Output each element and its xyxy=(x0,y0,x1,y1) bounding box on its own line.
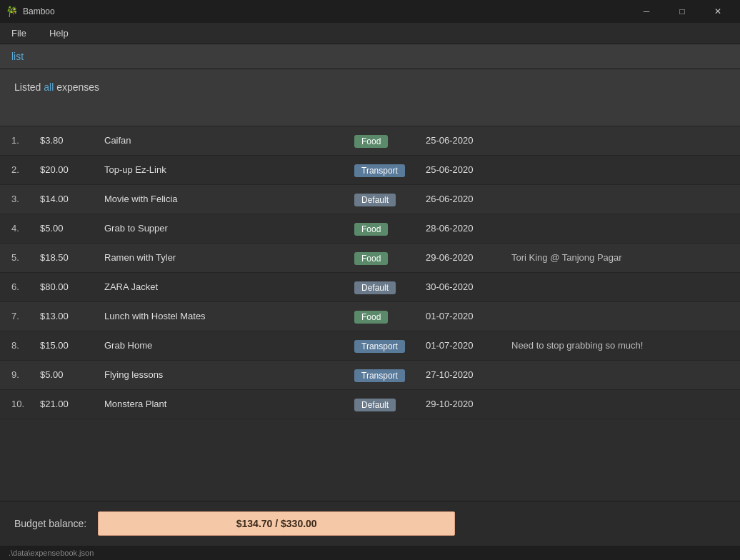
row-date: 28-06-2020 xyxy=(426,221,511,234)
row-amount: $20.00 xyxy=(40,163,104,175)
row-desc: Grab to Supper xyxy=(104,221,354,234)
tag-badge: Food xyxy=(354,223,388,236)
file-path: .\data\expensebook.json xyxy=(9,549,94,557)
row-note xyxy=(511,368,729,369)
close-button[interactable]: ✕ xyxy=(701,0,734,23)
row-amount: $15.00 xyxy=(40,339,104,351)
menu-help[interactable]: Help xyxy=(44,26,74,40)
row-desc: ZARA Jacket xyxy=(104,280,354,292)
tag-badge: Food xyxy=(354,252,388,265)
row-date: 30-06-2020 xyxy=(426,280,511,292)
row-number: 3. xyxy=(11,192,40,204)
row-amount: $5.00 xyxy=(40,221,104,234)
row-tag: Food xyxy=(354,251,426,265)
budget-label: Budget balance: xyxy=(14,518,86,529)
row-amount: $5.00 xyxy=(40,368,104,380)
row-amount: $3.80 xyxy=(40,134,104,146)
title-bar-left: 🎋 Bamboo xyxy=(6,6,55,17)
tag-badge: Default xyxy=(354,399,396,411)
row-note xyxy=(511,192,729,194)
row-number: 7. xyxy=(11,309,40,321)
tag-badge: Food xyxy=(354,135,388,148)
row-tag: Food xyxy=(354,309,426,324)
row-date: 25-06-2020 xyxy=(426,134,511,146)
row-tag: Default xyxy=(354,397,426,411)
status-highlight: all xyxy=(44,81,54,93)
row-tag: Default xyxy=(354,280,426,294)
row-number: 8. xyxy=(11,339,40,351)
row-desc: Flying lessons xyxy=(104,368,354,380)
row-date: 29-10-2020 xyxy=(426,397,511,409)
table-row: 8. $15.00 Grab Home Transport 01-07-2020… xyxy=(0,331,740,361)
row-desc: Monstera Plant xyxy=(104,397,354,409)
row-desc: Top-up Ez-Link xyxy=(104,163,354,175)
row-date: 25-06-2020 xyxy=(426,163,511,175)
row-number: 6. xyxy=(11,280,40,292)
table-row: 1. $3.80 Caifan Food 25-06-2020 xyxy=(0,126,740,156)
row-desc: Movie with Felicia xyxy=(104,192,354,204)
tag-badge: Transport xyxy=(354,164,405,177)
row-tag: Transport xyxy=(354,163,426,177)
row-amount: $21.00 xyxy=(40,397,104,409)
tag-badge: Default xyxy=(354,281,396,294)
expense-list: 1. $3.80 Caifan Food 25-06-2020 2. $20.0… xyxy=(0,126,740,501)
tag-badge: Food xyxy=(354,311,388,324)
table-row: 9. $5.00 Flying lessons Transport 27-10-… xyxy=(0,361,740,390)
maximize-button[interactable]: □ xyxy=(666,0,699,23)
table-row: 10. $21.00 Monstera Plant Default 29-10-… xyxy=(0,390,740,419)
path-bar: .\data\expensebook.json xyxy=(0,546,740,560)
row-number: 10. xyxy=(11,397,40,409)
menu-file[interactable]: File xyxy=(6,26,32,40)
row-date: 29-06-2020 xyxy=(426,251,511,263)
tag-badge: Transport xyxy=(354,340,405,353)
row-desc: Grab Home xyxy=(104,339,354,351)
row-tag: Food xyxy=(354,221,426,236)
menu-bar: File Help xyxy=(0,23,740,44)
row-number: 5. xyxy=(11,251,40,263)
title-bar: 🎋 Bamboo ─ □ ✕ xyxy=(0,0,740,23)
row-desc: Lunch with Hostel Mates xyxy=(104,309,354,321)
row-note xyxy=(511,134,729,135)
row-date: 27-10-2020 xyxy=(426,368,511,380)
row-date: 26-06-2020 xyxy=(426,192,511,204)
budget-bar-container: $134.70 / $330.00 xyxy=(98,511,455,536)
table-row: 2. $20.00 Top-up Ez-Link Transport 25-06… xyxy=(0,156,740,185)
row-note xyxy=(511,163,729,164)
tag-badge: Default xyxy=(354,194,396,206)
minimize-button[interactable]: ─ xyxy=(630,0,663,23)
row-tag: Default xyxy=(354,192,426,206)
status-area: Listed all expenses xyxy=(0,69,740,126)
row-number: 2. xyxy=(11,163,40,175)
row-note xyxy=(511,309,729,311)
table-row: 5. $18.50 Ramen with Tyler Food 29-06-20… xyxy=(0,244,740,273)
row-tag: Transport xyxy=(354,339,426,353)
table-row: 4. $5.00 Grab to Supper Food 28-06-2020 xyxy=(0,214,740,244)
row-number: 4. xyxy=(11,221,40,234)
app-title: Bamboo xyxy=(23,6,55,16)
table-row: 6. $80.00 ZARA Jacket Default 30-06-2020 xyxy=(0,273,740,302)
row-amount: $80.00 xyxy=(40,280,104,292)
status-text: Listed all expenses xyxy=(14,81,99,93)
row-number: 9. xyxy=(11,368,40,380)
row-date: 01-07-2020 xyxy=(426,339,511,351)
row-date: 01-07-2020 xyxy=(426,309,511,321)
tag-badge: Transport xyxy=(354,369,405,382)
row-amount: $14.00 xyxy=(40,192,104,204)
row-desc: Caifan xyxy=(104,134,354,146)
row-note: Tori King @ Tanjong Pagar xyxy=(511,251,729,263)
command-area xyxy=(0,44,740,69)
row-desc: Ramen with Tyler xyxy=(104,251,354,263)
row-tag: Food xyxy=(354,134,426,148)
footer: Budget balance: $134.70 / $330.00 xyxy=(0,501,740,546)
row-number: 1. xyxy=(11,134,40,146)
app-icon: 🎋 xyxy=(6,6,17,17)
row-amount: $13.00 xyxy=(40,309,104,321)
table-row: 3. $14.00 Movie with Felicia Default 26-… xyxy=(0,185,740,214)
row-note xyxy=(511,280,729,281)
title-bar-controls: ─ □ ✕ xyxy=(630,0,734,23)
row-note xyxy=(511,221,729,223)
budget-bar: $134.70 / $330.00 xyxy=(98,511,455,536)
command-input[interactable] xyxy=(11,51,729,62)
row-tag: Transport xyxy=(354,368,426,382)
row-amount: $18.50 xyxy=(40,251,104,263)
